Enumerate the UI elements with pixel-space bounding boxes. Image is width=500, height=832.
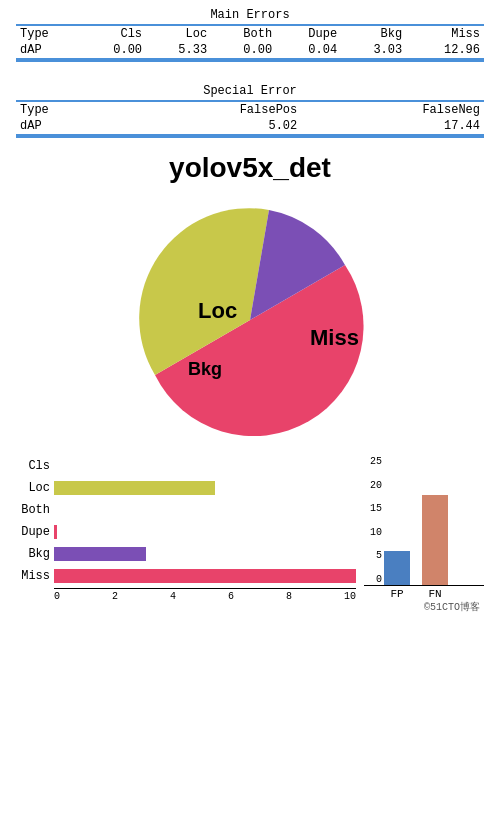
hbar-bar-miss <box>54 569 356 583</box>
cell-cls: 0.00 <box>81 42 146 59</box>
cell-loc: 5.33 <box>146 42 211 59</box>
ytick-25: 25 <box>370 456 382 467</box>
hbar-label-miss: Miss <box>16 566 54 586</box>
cell-falseneg: 17.44 <box>301 118 484 135</box>
vbar-chart: 25 20 15 10 5 0 FP FN ©51CTO博客 <box>364 456 484 614</box>
main-errors-data-row: dAP 0.00 5.33 0.00 0.04 3.03 12.96 <box>16 42 484 59</box>
vbar-fn <box>422 495 448 585</box>
miss-label: Miss <box>310 325 359 350</box>
special-error-title: Special Error <box>16 84 484 98</box>
vbar-label-fp: FP <box>384 588 410 600</box>
loc-label: Loc <box>198 298 237 323</box>
main-errors-header-row: Type Cls Loc Both Dupe Bkg Miss <box>16 25 484 42</box>
special-error-data-row: dAP 5.02 17.44 <box>16 118 484 135</box>
vbar-x-labels: FP FN <box>364 588 484 600</box>
cell-type: dAP <box>16 42 81 59</box>
hbar-row-dupe: Dupe <box>16 522 356 542</box>
col-type2: Type <box>16 101 119 118</box>
cell-both: 0.00 <box>211 42 276 59</box>
hbar-bar-both-wrap <box>54 503 356 517</box>
hbar-label-cls: Cls <box>16 456 54 476</box>
tick-2: 2 <box>112 591 118 602</box>
hbar-row-both: Both <box>16 500 356 520</box>
watermark: ©51CTO博客 <box>364 600 484 614</box>
tick-8: 8 <box>286 591 292 602</box>
col-falseneg: FalseNeg <box>301 101 484 118</box>
special-error-section: Special Error Type FalsePos FalseNeg dAP… <box>0 76 500 142</box>
main-errors-title: Main Errors <box>16 8 484 22</box>
tick-10: 10 <box>344 591 356 602</box>
vbar-fp <box>384 551 410 585</box>
special-error-table: Type FalsePos FalseNeg dAP 5.02 17.44 <box>16 100 484 136</box>
cell-dupe: 0.04 <box>276 42 341 59</box>
vbar-label-fn: FN <box>422 588 448 600</box>
hbar-bar-loc <box>54 481 215 495</box>
hbar-row-loc: Loc <box>16 478 356 498</box>
ytick-15: 15 <box>370 503 382 514</box>
hbar-bar-bkg-wrap <box>54 547 356 561</box>
cell-falsepos: 5.02 <box>119 118 302 135</box>
hbar-row-cls: Cls <box>16 456 356 476</box>
hbar-row-miss: Miss <box>16 566 356 586</box>
special-error-bottom-rule <box>16 136 484 138</box>
tick-6: 6 <box>228 591 234 602</box>
pie-chart: Miss Loc Bkg <box>110 200 390 440</box>
cell-type2: dAP <box>16 118 119 135</box>
col-dupe: Dupe <box>276 25 341 42</box>
hbar-tick-labels: 0 2 4 6 8 10 <box>54 591 356 602</box>
hbar-bar-cls-wrap <box>54 459 356 473</box>
main-errors-bottom-rule <box>16 60 484 62</box>
hbar-row-bkg: Bkg <box>16 544 356 564</box>
pie-chart-container: Miss Loc Bkg <box>0 190 500 450</box>
hbar-bar-dupe <box>54 525 57 539</box>
cell-miss: 12.96 <box>406 42 484 59</box>
hbar-label-both: Both <box>16 500 54 520</box>
hbar-label-loc: Loc <box>16 478 54 498</box>
hbar-bar-loc-wrap <box>54 481 356 495</box>
ytick-5: 5 <box>376 550 382 561</box>
cell-bkg: 3.03 <box>341 42 406 59</box>
col-loc: Loc <box>146 25 211 42</box>
col-miss: Miss <box>406 25 484 42</box>
chart-title: yolov5x_det <box>0 142 500 190</box>
col-bkg: Bkg <box>341 25 406 42</box>
hbar-x-axis: 0 2 4 6 8 10 <box>54 588 356 602</box>
bkg-label: Bkg <box>188 359 222 379</box>
hbar-label-bkg: Bkg <box>16 544 54 564</box>
hbar-bar-dupe-wrap <box>54 525 356 539</box>
col-type: Type <box>16 25 81 42</box>
col-both: Both <box>211 25 276 42</box>
hbar-bar-bkg <box>54 547 146 561</box>
vbar-yticks: 25 20 15 10 5 0 <box>364 456 384 585</box>
hbar-label-dupe: Dupe <box>16 522 54 542</box>
col-falsepos: FalsePos <box>119 101 302 118</box>
tick-4: 4 <box>170 591 176 602</box>
tick-0: 0 <box>54 591 60 602</box>
ytick-0: 0 <box>376 574 382 585</box>
special-error-header-row: Type FalsePos FalseNeg <box>16 101 484 118</box>
bar-charts-section: Cls Loc Both Dupe Bkg <box>0 450 500 622</box>
ytick-10: 10 <box>370 527 382 538</box>
col-cls: Cls <box>81 25 146 42</box>
main-errors-section: Main Errors Type Cls Loc Both Dupe Bkg M… <box>0 0 500 66</box>
hbar-bar-miss-wrap <box>54 569 356 583</box>
main-errors-table: Type Cls Loc Both Dupe Bkg Miss dAP 0.00… <box>16 24 484 60</box>
ytick-20: 20 <box>370 480 382 491</box>
vbar-area: 25 20 15 10 5 0 <box>364 456 484 586</box>
hbar-chart: Cls Loc Both Dupe Bkg <box>16 456 356 614</box>
